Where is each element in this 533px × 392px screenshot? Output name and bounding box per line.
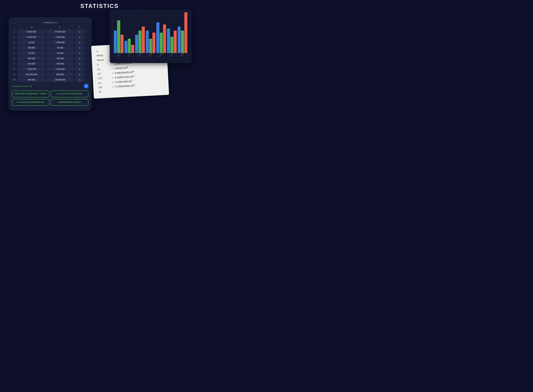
stats-s2x-val: 5.702041455×1015 — [115, 84, 135, 88]
row-y-2[interactable] — [46, 35, 74, 39]
row-num-6: 6 — [12, 57, 17, 60]
bar-red-4 — [152, 33, 155, 53]
row-x-4[interactable] — [18, 46, 45, 50]
row-menu-7[interactable]: ⋮ — [85, 62, 88, 66]
create-frequency-table-button[interactable]: CREATING FREQUENCY TABLE — [12, 90, 49, 97]
bar-group-4 — [146, 31, 156, 53]
row-num-10: 10 — [12, 79, 17, 81]
table-row: 2 ⋮ — [12, 35, 88, 39]
chart-label-2: 200-300 — [127, 52, 132, 57]
row-y-7[interactable] — [46, 61, 74, 66]
row-y-6[interactable] — [46, 56, 74, 61]
table-row: 8 ⋮ — [12, 67, 88, 71]
row-f-9[interactable] — [75, 72, 84, 77]
frequency-label: Frequency column (n) — [12, 85, 32, 87]
row-x-10[interactable] — [18, 77, 45, 82]
regression-graph-button[interactable]: REGRESSION GRAPH — [51, 99, 88, 106]
stats-sx-label: σx — [98, 90, 111, 93]
row-f-10[interactable] — [75, 77, 84, 82]
chart-label-7: 700-800 — [180, 52, 184, 57]
page-title: STATISTICS — [80, 3, 119, 9]
table-header: X Y F — [12, 26, 88, 28]
row-x-5[interactable] — [18, 51, 45, 55]
row-f-6[interactable] — [75, 56, 84, 61]
bar-green-5 — [160, 33, 163, 53]
row-num-3: 3 — [12, 41, 17, 44]
row-num-4: 4 — [12, 47, 17, 49]
bar-group-6 — [167, 28, 177, 53]
bar-red-7 — [184, 12, 187, 53]
row-menu-6[interactable]: ⋮ — [85, 57, 88, 60]
calc-header: 2-VAR (X,Y) — [12, 21, 88, 24]
bar-group-2 — [125, 39, 134, 53]
bar-group-1 — [114, 20, 124, 53]
stats-sigmax-label: σX — [98, 81, 111, 84]
row-f-4[interactable] — [75, 46, 84, 50]
row-y-1[interactable] — [46, 29, 74, 34]
stats-sumx2-val: 6.945155425×1016 — [115, 70, 134, 75]
chart-label-5: 500-600 — [159, 52, 163, 57]
row-y-4[interactable] — [46, 46, 74, 50]
row-menu-4[interactable]: ⋮ — [85, 46, 88, 50]
calculate-regression-button[interactable]: CALCULATE REGRESSION — [12, 99, 49, 106]
row-menu-8[interactable]: ⋮ — [85, 67, 88, 71]
stats-sumx-label: Σx — [97, 67, 110, 71]
bar-chart-card: 100-200 200-300 300-400 400-500 500-600 … — [110, 10, 191, 63]
chart-area — [112, 12, 189, 53]
bar-blue-1 — [114, 31, 117, 53]
bar-blue-6 — [167, 28, 170, 53]
stats-n-label: n — [96, 49, 109, 53]
bar-green-6 — [170, 37, 173, 53]
stats-s2x-eq: = — [112, 85, 114, 88]
bar-blue-7 — [178, 27, 181, 53]
bar-blue-3 — [135, 35, 138, 53]
row-menu-2[interactable]: ⋮ — [85, 35, 88, 39]
row-x-9[interactable] — [18, 72, 45, 77]
bar-red-3 — [142, 27, 145, 53]
table-row: 6 ⋮ — [12, 56, 88, 61]
row-y-5[interactable] — [46, 51, 74, 55]
stats-sigma2x-label: σ2X — [98, 76, 111, 80]
row-menu-3[interactable]: ⋮ — [85, 41, 88, 44]
row-y-8[interactable] — [46, 67, 74, 71]
bar-green-4 — [149, 39, 152, 53]
row-x-7[interactable] — [18, 61, 45, 66]
row-f-5[interactable] — [75, 51, 84, 55]
stats-s2x-label: S2X — [98, 85, 111, 89]
row-num-7: 7 — [12, 63, 17, 65]
bar-group-5 — [156, 22, 166, 53]
row-menu-10[interactable]: ⋮ — [85, 78, 88, 82]
bar-blue-4 — [146, 31, 149, 53]
table-row: 9 ⋮ — [12, 72, 88, 77]
bar-green-3 — [139, 31, 141, 53]
bar-green-2 — [128, 39, 131, 53]
row-y-9[interactable] — [46, 72, 74, 77]
row-f-1[interactable] — [75, 29, 84, 34]
chart-labels: 100-200 200-300 300-400 400-500 500-600 … — [112, 54, 189, 56]
table-row: 1 ⋮ — [12, 29, 88, 34]
row-f-2[interactable] — [75, 35, 84, 39]
row-menu-5[interactable]: ⋮ — [85, 51, 88, 55]
row-menu-9[interactable]: ⋮ — [85, 73, 88, 76]
frequency-checkbox[interactable] — [84, 84, 88, 88]
row-x-8[interactable] — [18, 67, 45, 71]
row-x-3[interactable] — [18, 40, 45, 45]
calculate-statistics-button[interactable]: CALCULATE STATISTICS — [51, 90, 88, 97]
bar-red-5 — [163, 24, 166, 53]
row-x-1[interactable] — [18, 29, 45, 34]
bar-green-1 — [117, 20, 120, 53]
col-f-label: F — [74, 26, 84, 28]
row-x-6[interactable] — [18, 56, 45, 61]
row-f-8[interactable] — [75, 67, 84, 71]
bar-blue-5 — [156, 22, 159, 53]
row-menu-1[interactable]: ⋮ — [85, 30, 88, 34]
row-f-7[interactable] — [75, 61, 84, 66]
row-x-2[interactable] — [18, 35, 45, 39]
stats-sumx2-label: Σx2 — [97, 72, 110, 75]
row-y-10[interactable] — [46, 77, 74, 82]
chart-label-6: 600-700 — [169, 52, 174, 57]
row-y-3[interactable] — [46, 40, 74, 45]
row-num-1: 1 — [12, 31, 17, 33]
row-f-3[interactable] — [75, 40, 84, 45]
stats-sumx-eq: = — [111, 67, 113, 70]
